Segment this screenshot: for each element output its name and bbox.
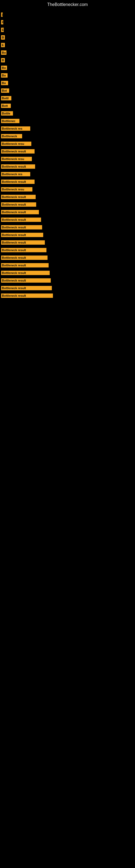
bar-row: Bottleneck result <box>0 231 135 239</box>
bar-label: Bottleneck result <box>1 278 51 283</box>
bar-label: Bottlenec <box>1 119 19 123</box>
bar-row: Bottleneck resu <box>0 186 135 193</box>
bar-row: Bottleneck <box>0 132 135 140</box>
bar-row: Bottleneck result <box>0 277 135 284</box>
bar-row: Bottl <box>0 94 135 102</box>
bar-label: Bottl <box>1 96 11 100</box>
bar-label: Bo <box>1 51 6 55</box>
bar-label: Bottleneck resu <box>1 187 32 191</box>
bar-row: E <box>0 26 135 34</box>
bar-row: Bottlenec <box>0 117 135 125</box>
bar-label: Bottleneck result <box>1 164 35 169</box>
bar-label: Bottleneck resu <box>1 142 31 146</box>
bar-row: Bot <box>0 87 135 94</box>
bar-row: Bottleneck result <box>0 216 135 223</box>
bar-label: Bottleneck result <box>1 195 36 199</box>
bar-row: | <box>0 11 135 19</box>
bar-label: | <box>1 12 3 17</box>
bar-row: Bottleneck result <box>0 246 135 254</box>
bar-label: Bottleneck result <box>1 286 52 290</box>
bar-label: Bottleneck result <box>1 149 35 154</box>
bar-row: Bottleneck result <box>0 208 135 216</box>
bar-row: Bo <box>0 64 135 72</box>
bar-row: Bottleneck resu <box>0 140 135 148</box>
bar-label: E <box>1 43 5 47</box>
site-title: TheBottlenecker.com <box>0 0 135 8</box>
bar-label: Bottleneck result <box>1 210 39 214</box>
bar-label: Bottleneck result <box>1 218 41 222</box>
bar-label: Bott <box>1 104 11 108</box>
bar-label: Bottleneck result <box>1 293 53 298</box>
bar-row: Bottleneck res <box>0 125 135 132</box>
bar-label: P <box>1 20 3 24</box>
bar-row: Bottleneck result <box>0 254 135 261</box>
bar-label: Bottleneck result <box>1 263 49 268</box>
bar-row: Bottleneck result <box>0 269 135 277</box>
bar-row: P <box>0 19 135 26</box>
bar-label: Bottleneck result <box>1 271 50 275</box>
bar-row: E <box>0 41 135 49</box>
bar-row: Bott <box>0 102 135 110</box>
bar-label: Bottleneck result <box>1 248 46 252</box>
bar-row: Bottleneck result <box>0 292 135 300</box>
bar-row: Bottleneck res <box>0 170 135 178</box>
bar-row: Bo <box>0 72 135 79</box>
bar-label: B <box>1 35 5 40</box>
bar-label: Bottleneck res <box>1 126 30 131</box>
bar-row: Bottleneck result <box>0 239 135 246</box>
bar-label: B <box>1 58 5 62</box>
bar-row: B <box>0 34 135 41</box>
bars-container: |PEBEBoBBoBoBoBotBottlBottBottleBottlene… <box>0 8 135 300</box>
bar-row: Bottleneck result <box>0 148 135 155</box>
bar-row: Bottleneck result <box>0 223 135 231</box>
bar-row: Bo <box>0 49 135 56</box>
bar-row: Bottleneck resu <box>0 155 135 163</box>
bar-row: Bottleneck result <box>0 201 135 208</box>
bar-label: Bottleneck <box>1 134 22 138</box>
bar-row: Bottleneck result <box>0 284 135 292</box>
bar-row: B <box>0 56 135 64</box>
bar-row: Bo <box>0 79 135 87</box>
bar-label: Bottleneck resu <box>1 157 32 161</box>
bar-row: Bottleneck result <box>0 178 135 186</box>
bar-label: Bottleneck result <box>1 233 43 237</box>
bar-row: Bottleneck result <box>0 193 135 201</box>
bar-label: E <box>1 28 4 32</box>
bar-row: Bottle <box>0 110 135 117</box>
bar-label: Bo <box>1 73 8 78</box>
bar-label: Bo <box>1 66 7 70</box>
bar-row: Bottleneck result <box>0 163 135 170</box>
bar-label: Bottleneck result <box>1 255 48 260</box>
bar-label: Bottleneck result <box>1 180 35 184</box>
bar-label: Bottle <box>1 111 13 116</box>
bar-label: Bottleneck result <box>1 225 42 229</box>
bar-row: Bottleneck result <box>0 261 135 269</box>
bar-label: Bot <box>1 88 9 93</box>
bar-label: Bottleneck res <box>1 172 30 176</box>
bar-label: Bo <box>1 81 8 85</box>
bar-label: Bottleneck result <box>1 203 36 207</box>
bar-label: Bottleneck result <box>1 240 45 245</box>
